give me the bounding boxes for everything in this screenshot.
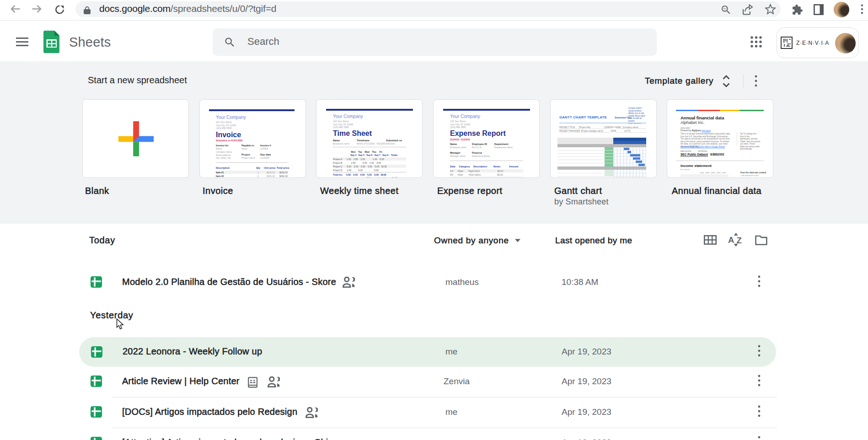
svg-text:Z: Z bbox=[737, 236, 742, 245]
svg-text:A: A bbox=[728, 235, 734, 245]
